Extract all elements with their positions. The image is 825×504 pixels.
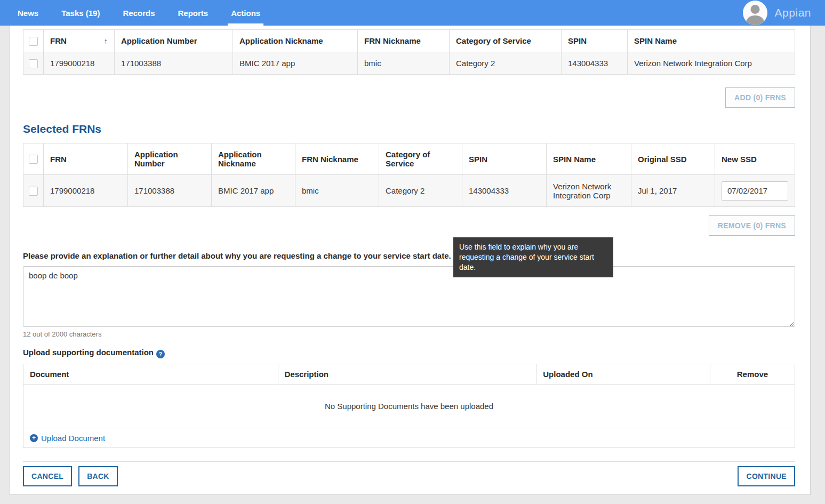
cell-application-number: 171003388 bbox=[128, 175, 212, 207]
cell-application-nickname: BMIC 2017 app bbox=[233, 52, 358, 75]
column-header-original-ssd[interactable]: Original SSD bbox=[631, 143, 715, 175]
column-header-application-nickname[interactable]: Application Nickname bbox=[233, 30, 358, 52]
upload-link-label: Upload Document bbox=[41, 434, 105, 443]
top-navbar: News Tasks (19) Records Reports Actions … bbox=[0, 0, 825, 26]
column-header-application-nickname[interactable]: Application Nickname bbox=[212, 143, 295, 175]
table-header-row: FRN↑ Application Number Application Nick… bbox=[23, 30, 795, 52]
upload-label: Upload supporting documentation bbox=[23, 348, 154, 357]
upload-label-row: Upload supporting documentation? bbox=[23, 348, 795, 358]
remove-frns-button[interactable]: REMOVE (0) FRNS bbox=[709, 215, 795, 236]
column-header-document: Document bbox=[23, 364, 278, 385]
upload-cell: +Upload Document bbox=[23, 428, 795, 448]
column-header-frn-nickname[interactable]: FRN Nickname bbox=[295, 143, 379, 175]
cell-spin-name: Verizon Network Integration Corp bbox=[628, 52, 795, 75]
nav-item-records[interactable]: Records bbox=[119, 0, 158, 26]
cell-frn: 1799000218 bbox=[44, 175, 128, 207]
help-tooltip: Use this field to explain why you are re… bbox=[453, 237, 613, 277]
row-checkbox[interactable] bbox=[29, 59, 38, 68]
explanation-textarea[interactable]: boop de boop bbox=[23, 266, 795, 327]
cell-frn: 1799000218 bbox=[44, 52, 115, 75]
column-label: FRN bbox=[50, 36, 67, 45]
column-header-spin-name[interactable]: SPIN Name bbox=[628, 30, 795, 52]
available-frns-table: FRN↑ Application Number Application Nick… bbox=[23, 29, 795, 75]
select-all-checkbox[interactable] bbox=[29, 155, 38, 164]
table-row: 1799000218 171003388 BMIC 2017 app bmic … bbox=[23, 175, 795, 207]
table-header-row: Document Description Uploaded On Remove bbox=[23, 364, 795, 385]
explanation-label: Please provide an explanation or further… bbox=[23, 251, 451, 260]
cell-category: Category 2 bbox=[379, 175, 462, 207]
column-header-spin-name[interactable]: SPIN Name bbox=[547, 143, 631, 175]
user-avatar-icon[interactable] bbox=[743, 1, 767, 25]
explanation-label-row: Please provide an explanation or further… bbox=[23, 251, 795, 262]
row-select-cell bbox=[23, 175, 44, 207]
back-button[interactable]: BACK bbox=[78, 466, 118, 486]
nav-item-news[interactable]: News bbox=[14, 0, 42, 26]
cell-spin-name: Verizon Network Integration Corp bbox=[547, 175, 631, 207]
cancel-button[interactable]: CANCEL bbox=[23, 466, 72, 486]
cell-frn-nickname: bmic bbox=[358, 52, 450, 75]
upload-document-link[interactable]: +Upload Document bbox=[30, 434, 105, 443]
column-header-uploaded-on: Uploaded On bbox=[536, 364, 710, 385]
empty-row: No Supporting Documents have been upload… bbox=[23, 385, 795, 428]
upload-row: +Upload Document bbox=[23, 428, 795, 448]
select-all-cell bbox=[23, 143, 44, 175]
column-header-new-ssd[interactable]: New SSD bbox=[715, 143, 795, 175]
column-header-remove: Remove bbox=[710, 364, 795, 385]
main-content: FRN↑ Application Number Application Nick… bbox=[10, 26, 811, 495]
cell-application-nickname: BMIC 2017 app bbox=[212, 175, 295, 207]
column-header-application-number[interactable]: Application Number bbox=[115, 30, 233, 52]
documents-table: Document Description Uploaded On Remove … bbox=[23, 364, 795, 448]
cell-spin: 143004333 bbox=[562, 52, 628, 75]
plus-icon: + bbox=[30, 434, 38, 442]
row-checkbox[interactable] bbox=[29, 187, 38, 196]
table-header-row: FRN Application Number Application Nickn… bbox=[23, 143, 795, 175]
cell-frn-nickname: bmic bbox=[295, 175, 379, 207]
help-icon[interactable]: ? bbox=[156, 350, 165, 358]
column-header-description: Description bbox=[278, 364, 536, 385]
column-header-spin[interactable]: SPIN bbox=[562, 30, 628, 52]
row-select-cell bbox=[23, 52, 44, 75]
column-header-application-number[interactable]: Application Number bbox=[128, 143, 212, 175]
footer-divider bbox=[23, 461, 795, 462]
character-count: 12 out of 2000 characters bbox=[23, 330, 795, 338]
column-header-frn[interactable]: FRN bbox=[44, 143, 128, 175]
selected-frns-heading: Selected FRNs bbox=[23, 123, 795, 135]
cell-application-number: 171003388 bbox=[115, 52, 233, 75]
cell-new-ssd bbox=[715, 175, 795, 207]
nav-right: Appian bbox=[743, 0, 825, 26]
cell-spin: 143004333 bbox=[462, 175, 547, 207]
add-frns-button[interactable]: ADD (0) FRNS bbox=[725, 87, 795, 108]
no-documents-message: No Supporting Documents have been upload… bbox=[23, 385, 795, 428]
nav-item-tasks[interactable]: Tasks (19) bbox=[58, 0, 103, 26]
column-header-category[interactable]: Category of Service bbox=[450, 30, 562, 52]
sort-asc-icon: ↑ bbox=[104, 36, 108, 45]
column-header-category[interactable]: Category of Service bbox=[379, 143, 462, 175]
select-all-checkbox[interactable] bbox=[29, 37, 38, 46]
nav-items: News Tasks (19) Records Reports Actions bbox=[14, 0, 280, 26]
nav-item-actions[interactable]: Actions bbox=[228, 0, 263, 26]
column-header-spin[interactable]: SPIN bbox=[462, 143, 547, 175]
cell-original-ssd: Jul 1, 2017 bbox=[631, 175, 715, 207]
table-row: 1799000218 171003388 BMIC 2017 app bmic … bbox=[23, 52, 795, 75]
footer-actions: CANCEL BACK CONTINUE bbox=[23, 466, 795, 486]
selected-frns-table: FRN Application Number Application Nickn… bbox=[23, 143, 795, 207]
new-ssd-input[interactable] bbox=[722, 181, 788, 201]
select-all-cell bbox=[23, 30, 44, 52]
appian-logo: Appian bbox=[775, 6, 811, 19]
column-header-frn-nickname[interactable]: FRN Nickname bbox=[358, 30, 450, 52]
cell-category: Category 2 bbox=[450, 52, 562, 75]
continue-button[interactable]: CONTINUE bbox=[738, 466, 795, 486]
nav-item-reports[interactable]: Reports bbox=[174, 0, 211, 26]
column-header-frn[interactable]: FRN↑ bbox=[44, 30, 115, 52]
